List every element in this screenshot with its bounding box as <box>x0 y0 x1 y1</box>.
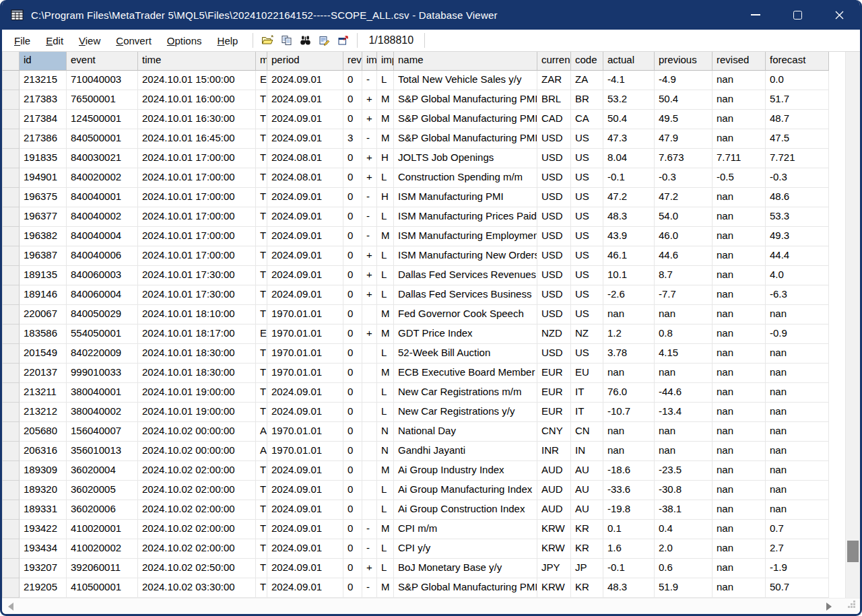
cell-forecast[interactable]: 49.3 <box>766 227 829 246</box>
cell-period[interactable]: 2024.09.01 <box>267 383 343 403</box>
cell-impact[interactable] <box>362 442 377 461</box>
cell-actual[interactable]: -4.1 <box>603 71 655 90</box>
cell-name[interactable]: ECB Executive Board Member <box>394 364 537 383</box>
new-window-button[interactable] <box>334 32 352 49</box>
cell-name[interactable]: S&P Global Manufacturing PMI <box>394 129 537 149</box>
cell-actual[interactable]: 3.78 <box>603 344 655 364</box>
cell-impact[interactable]: + <box>362 110 377 129</box>
minimize-button[interactable] <box>735 0 776 30</box>
cell-mode[interactable]: T <box>256 383 267 403</box>
cell-currency[interactable]: USD <box>537 305 571 324</box>
cell-impact[interactable] <box>362 422 377 442</box>
cell-mode[interactable]: A <box>256 442 267 461</box>
cell-period[interactable]: 1970.01.01 <box>267 442 343 461</box>
cell-currency[interactable]: ZAR <box>537 71 571 90</box>
cell-currency[interactable]: USD <box>537 246 571 266</box>
cell-period[interactable]: 1970.01.01 <box>267 364 343 383</box>
column-header-event[interactable]: event <box>67 52 138 71</box>
cell-code[interactable]: US <box>571 344 603 364</box>
cell-period[interactable]: 2024.08.01 <box>267 149 343 168</box>
cell-actual[interactable]: 48.3 <box>603 207 655 227</box>
cell-time[interactable]: 2024.10.02 03:30:00 <box>138 578 256 598</box>
cell-period[interactable]: 2024.09.01 <box>267 90 343 110</box>
cell-forecast[interactable]: 44.4 <box>766 246 829 266</box>
cell-previous[interactable]: 50.4 <box>655 90 712 110</box>
cell-previous[interactable]: nan <box>655 442 712 461</box>
cell-revised[interactable]: nan <box>712 578 766 598</box>
table-row[interactable]: 1918358400300212024.10.01 17:00:00T2024.… <box>2 149 845 168</box>
horizontal-scrollbar[interactable] <box>2 598 860 614</box>
cell-name[interactable]: Construction Spending m/m <box>394 168 537 188</box>
cell-revision[interactable]: 0 <box>343 207 362 227</box>
menu-file[interactable]: File <box>7 33 37 48</box>
cell-revised[interactable]: nan <box>712 188 766 207</box>
cell-code[interactable]: US <box>571 168 603 188</box>
cell-importance[interactable]: M <box>377 110 394 129</box>
cell-revised[interactable]: nan <box>712 364 766 383</box>
cell-revised[interactable]: nan <box>712 559 766 578</box>
cell-code[interactable]: KR <box>571 578 603 598</box>
cell-name[interactable]: Fed Governor Cook Speech <box>394 305 537 324</box>
cell-id[interactable]: 213215 <box>20 71 67 90</box>
cell-code[interactable]: US <box>571 266 603 285</box>
cell-event[interactable]: 36020004 <box>67 461 138 481</box>
cell-id[interactable]: 183586 <box>20 324 67 344</box>
title-bar[interactable]: C:\Program Files\MetaTrader 5\MQL5\Files… <box>2 0 860 30</box>
cell-id[interactable]: 189331 <box>20 500 67 520</box>
cell-currency[interactable]: USD <box>537 149 571 168</box>
row-header-cell[interactable] <box>2 227 20 246</box>
column-header-forecast[interactable]: forecast <box>766 52 829 71</box>
cell-id[interactable]: 196377 <box>20 207 67 227</box>
cell-actual[interactable]: 46.1 <box>603 246 655 266</box>
cell-actual[interactable]: nan <box>603 305 655 324</box>
cell-mode[interactable]: T <box>256 520 267 539</box>
copy-button[interactable] <box>277 32 295 49</box>
cell-mode[interactable]: T <box>256 188 267 207</box>
cell-forecast[interactable]: nan <box>766 442 829 461</box>
cell-currency[interactable]: AUD <box>537 500 571 520</box>
cell-impact[interactable]: - <box>362 207 377 227</box>
cell-name[interactable]: Dallas Fed Services Business <box>394 285 537 305</box>
cell-time[interactable]: 2024.10.01 18:30:00 <box>138 344 256 364</box>
table-row[interactable]: 1932073920600112024.10.02 02:50:00T2024.… <box>2 559 845 578</box>
cell-forecast[interactable]: 0.0 <box>766 71 829 90</box>
row-header-cell[interactable] <box>2 461 20 481</box>
cell-previous[interactable]: 47.9 <box>655 129 712 149</box>
row-header-cell[interactable] <box>2 188 20 207</box>
cell-code[interactable]: AU <box>571 461 603 481</box>
cell-forecast[interactable]: 0.7 <box>766 520 829 539</box>
cell-time[interactable]: 2024.10.01 17:00:00 <box>138 246 256 266</box>
cell-actual[interactable]: nan <box>603 442 655 461</box>
cell-currency[interactable]: CAD <box>537 110 571 129</box>
row-header-cell[interactable] <box>2 285 20 305</box>
cell-event[interactable]: 840500001 <box>67 129 138 149</box>
cell-previous[interactable]: 44.6 <box>655 246 712 266</box>
cell-time[interactable]: 2024.10.01 18:17:00 <box>138 324 256 344</box>
cell-time[interactable]: 2024.10.01 17:30:00 <box>138 266 256 285</box>
cell-mode[interactable]: E <box>256 71 267 90</box>
cell-id[interactable]: 193422 <box>20 520 67 539</box>
cell-id[interactable]: 219205 <box>20 578 67 598</box>
cell-time[interactable]: 2024.10.02 02:00:00 <box>138 520 256 539</box>
cell-period[interactable]: 1970.01.01 <box>267 422 343 442</box>
cell-period[interactable]: 2024.09.01 <box>267 285 343 305</box>
cell-name[interactable]: National Day <box>394 422 537 442</box>
cell-revision[interactable]: 0 <box>343 403 362 422</box>
cell-currency[interactable]: USD <box>537 285 571 305</box>
cell-revision[interactable]: 0 <box>343 422 362 442</box>
cell-forecast[interactable]: 47.5 <box>766 129 829 149</box>
cell-time[interactable]: 2024.10.02 02:00:00 <box>138 500 256 520</box>
cell-previous[interactable]: -7.7 <box>655 285 712 305</box>
table-row[interactable]: 2132157100400032024.10.01 15:00:00E2024.… <box>2 71 845 90</box>
cell-impact[interactable] <box>362 500 377 520</box>
row-header-cell[interactable] <box>2 383 20 403</box>
cell-name[interactable]: S&P Global Manufacturing PMI <box>394 110 537 129</box>
cell-revised[interactable]: nan <box>712 383 766 403</box>
row-header-cell[interactable] <box>2 110 20 129</box>
cell-period[interactable]: 1970.01.01 <box>267 344 343 364</box>
cell-revision[interactable]: 0 <box>343 559 362 578</box>
column-header-previous[interactable]: previous <box>655 52 712 71</box>
cell-revision[interactable]: 0 <box>343 188 362 207</box>
cell-id[interactable]: 191835 <box>20 149 67 168</box>
cell-importance[interactable]: M <box>377 129 394 149</box>
